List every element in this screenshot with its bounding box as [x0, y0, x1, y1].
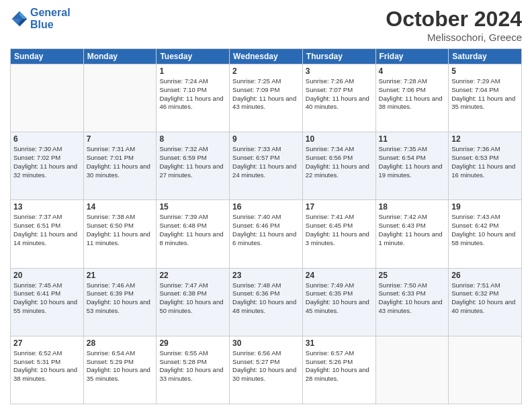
calendar-cell: 9Sunrise: 7:33 AM Sunset: 6:57 PM Daylig…	[230, 132, 303, 200]
day-info: Sunrise: 7:47 AM Sunset: 6:38 PM Dayligh…	[159, 281, 226, 316]
day-info: Sunrise: 7:24 AM Sunset: 7:10 PM Dayligh…	[159, 77, 226, 111]
day-number: 25	[379, 271, 446, 280]
logo-icon	[10, 9, 29, 28]
calendar-cell: 12Sunrise: 7:36 AM Sunset: 6:53 PM Dayli…	[449, 132, 522, 200]
calendar-cell: 4Sunrise: 7:28 AM Sunset: 7:06 PM Daylig…	[375, 64, 449, 132]
day-info: Sunrise: 7:34 AM Sunset: 6:56 PM Dayligh…	[306, 145, 373, 179]
day-number: 10	[306, 134, 373, 144]
day-info: Sunrise: 7:48 AM Sunset: 6:36 PM Dayligh…	[232, 281, 300, 316]
calendar-week-row: 27Sunrise: 6:52 AM Sunset: 5:31 PM Dayli…	[11, 336, 522, 404]
calendar-cell: 29Sunrise: 6:55 AM Sunset: 5:28 PM Dayli…	[157, 336, 230, 404]
calendar-cell: 25Sunrise: 7:50 AM Sunset: 6:33 PM Dayli…	[375, 268, 449, 336]
calendar-cell: 19Sunrise: 7:43 AM Sunset: 6:42 PM Dayli…	[449, 200, 522, 268]
day-number: 2	[232, 66, 300, 76]
day-number: 4	[379, 66, 446, 76]
calendar-cell: 2Sunrise: 7:25 AM Sunset: 7:09 PM Daylig…	[230, 64, 303, 132]
calendar-header-row: SundayMondayTuesdayWednesdayThursdayFrid…	[11, 49, 522, 64]
day-number: 15	[159, 202, 226, 212]
calendar-cell	[11, 64, 84, 132]
day-number: 22	[159, 271, 226, 280]
calendar-header-tuesday: Tuesday	[157, 49, 230, 64]
calendar-cell: 24Sunrise: 7:49 AM Sunset: 6:35 PM Dayli…	[302, 268, 375, 336]
day-info: Sunrise: 7:49 AM Sunset: 6:35 PM Dayligh…	[306, 281, 373, 316]
day-info: Sunrise: 7:33 AM Sunset: 6:57 PM Dayligh…	[232, 145, 300, 179]
day-number: 24	[306, 271, 373, 280]
calendar-header-wednesday: Wednesday	[230, 49, 303, 64]
calendar-week-row: 1Sunrise: 7:24 AM Sunset: 7:10 PM Daylig…	[11, 64, 522, 132]
day-number: 3	[306, 66, 373, 76]
calendar-week-row: 20Sunrise: 7:45 AM Sunset: 6:41 PM Dayli…	[11, 268, 522, 336]
title-area: October 2024 Melissochori, Greece	[386, 7, 522, 43]
calendar-cell: 14Sunrise: 7:38 AM Sunset: 6:50 PM Dayli…	[83, 200, 157, 268]
calendar-cell: 27Sunrise: 6:52 AM Sunset: 5:31 PM Dayli…	[11, 336, 84, 404]
day-number: 21	[87, 271, 154, 280]
day-info: Sunrise: 7:46 AM Sunset: 6:39 PM Dayligh…	[87, 281, 154, 316]
calendar-cell: 31Sunrise: 6:57 AM Sunset: 5:26 PM Dayli…	[302, 336, 375, 404]
calendar-cell: 8Sunrise: 7:32 AM Sunset: 6:59 PM Daylig…	[157, 132, 230, 200]
day-number: 18	[379, 202, 446, 212]
calendar-table: SundayMondayTuesdayWednesdayThursdayFrid…	[10, 48, 522, 404]
day-number: 29	[159, 338, 226, 348]
day-number: 13	[13, 202, 81, 212]
calendar-cell: 30Sunrise: 6:56 AM Sunset: 5:27 PM Dayli…	[230, 336, 303, 404]
day-info: Sunrise: 7:43 AM Sunset: 6:42 PM Dayligh…	[451, 213, 519, 247]
day-number: 20	[13, 271, 81, 280]
day-number: 12	[451, 134, 519, 144]
day-number: 1	[159, 66, 226, 76]
calendar-cell: 3Sunrise: 7:26 AM Sunset: 7:07 PM Daylig…	[302, 64, 375, 132]
day-info: Sunrise: 6:52 AM Sunset: 5:31 PM Dayligh…	[13, 349, 81, 383]
day-info: Sunrise: 7:28 AM Sunset: 7:06 PM Dayligh…	[379, 77, 446, 111]
day-info: Sunrise: 7:30 AM Sunset: 7:02 PM Dayligh…	[13, 145, 81, 179]
day-number: 14	[87, 202, 154, 212]
calendar-cell: 23Sunrise: 7:48 AM Sunset: 6:36 PM Dayli…	[230, 268, 303, 336]
calendar-cell: 10Sunrise: 7:34 AM Sunset: 6:56 PM Dayli…	[302, 132, 375, 200]
calendar-cell: 22Sunrise: 7:47 AM Sunset: 6:38 PM Dayli…	[157, 268, 230, 336]
day-info: Sunrise: 6:56 AM Sunset: 5:27 PM Dayligh…	[232, 349, 300, 383]
calendar-cell: 5Sunrise: 7:29 AM Sunset: 7:04 PM Daylig…	[449, 64, 522, 132]
day-number: 8	[159, 134, 226, 144]
day-number: 27	[13, 338, 81, 348]
day-info: Sunrise: 7:35 AM Sunset: 6:54 PM Dayligh…	[379, 145, 446, 179]
day-info: Sunrise: 7:31 AM Sunset: 7:01 PM Dayligh…	[87, 145, 154, 179]
day-info: Sunrise: 6:54 AM Sunset: 5:29 PM Dayligh…	[87, 349, 154, 383]
calendar-cell: 11Sunrise: 7:35 AM Sunset: 6:54 PM Dayli…	[375, 132, 449, 200]
day-number: 23	[232, 271, 300, 280]
svg-marker-3	[12, 19, 19, 23]
calendar-cell: 15Sunrise: 7:39 AM Sunset: 6:48 PM Dayli…	[157, 200, 230, 268]
calendar-cell: 17Sunrise: 7:41 AM Sunset: 6:45 PM Dayli…	[302, 200, 375, 268]
day-number: 7	[87, 134, 154, 144]
calendar-week-row: 6Sunrise: 7:30 AM Sunset: 7:02 PM Daylig…	[11, 132, 522, 200]
day-number: 30	[232, 338, 300, 348]
logo-text: General Blue	[30, 7, 71, 30]
day-info: Sunrise: 7:45 AM Sunset: 6:41 PM Dayligh…	[13, 281, 81, 316]
day-info: Sunrise: 7:42 AM Sunset: 6:43 PM Dayligh…	[379, 213, 446, 247]
calendar-cell: 13Sunrise: 7:37 AM Sunset: 6:51 PM Dayli…	[11, 200, 84, 268]
day-info: Sunrise: 7:36 AM Sunset: 6:53 PM Dayligh…	[451, 145, 519, 179]
day-number: 19	[451, 202, 519, 212]
calendar-cell: 1Sunrise: 7:24 AM Sunset: 7:10 PM Daylig…	[157, 64, 230, 132]
calendar-week-row: 13Sunrise: 7:37 AM Sunset: 6:51 PM Dayli…	[11, 200, 522, 268]
day-number: 9	[232, 134, 300, 144]
calendar-cell: 7Sunrise: 7:31 AM Sunset: 7:01 PM Daylig…	[83, 132, 157, 200]
logo-area: General Blue	[10, 7, 71, 30]
calendar-cell: 26Sunrise: 7:51 AM Sunset: 6:32 PM Dayli…	[449, 268, 522, 336]
day-info: Sunrise: 7:29 AM Sunset: 7:04 PM Dayligh…	[451, 77, 519, 111]
calendar-header-friday: Friday	[375, 49, 449, 64]
day-number: 26	[451, 271, 519, 280]
day-info: Sunrise: 7:39 AM Sunset: 6:48 PM Dayligh…	[159, 213, 226, 247]
calendar-cell: 28Sunrise: 6:54 AM Sunset: 5:29 PM Dayli…	[83, 336, 157, 404]
calendar-cell	[449, 336, 522, 404]
calendar-header-thursday: Thursday	[302, 49, 375, 64]
calendar-header-saturday: Saturday	[449, 49, 522, 64]
day-info: Sunrise: 6:55 AM Sunset: 5:28 PM Dayligh…	[159, 349, 226, 383]
day-number: 17	[306, 202, 373, 212]
day-number: 31	[306, 338, 373, 348]
day-info: Sunrise: 6:57 AM Sunset: 5:26 PM Dayligh…	[306, 349, 373, 383]
calendar-header-monday: Monday	[83, 49, 157, 64]
calendar-cell	[83, 64, 157, 132]
day-number: 28	[87, 338, 154, 348]
day-info: Sunrise: 7:41 AM Sunset: 6:45 PM Dayligh…	[306, 213, 373, 247]
day-number: 16	[232, 202, 300, 212]
day-number: 6	[13, 134, 81, 144]
day-info: Sunrise: 7:40 AM Sunset: 6:46 PM Dayligh…	[232, 213, 300, 247]
